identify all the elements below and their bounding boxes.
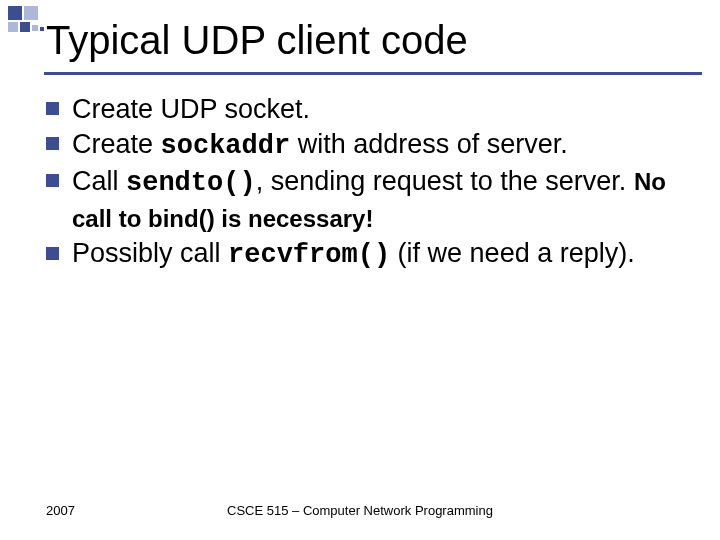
code-token: sendto() xyxy=(126,168,256,198)
slide: Typical UDP client code Create UDP socke… xyxy=(0,0,720,540)
bullet-icon xyxy=(46,137,59,150)
bullet-text: , sending request to the server. xyxy=(256,166,634,196)
deco-square xyxy=(8,6,22,20)
deco-square xyxy=(8,22,18,32)
bullet-text: Create UDP socket. xyxy=(72,94,310,124)
bullet-text: Possibly call xyxy=(72,238,228,268)
bullet-text: Create xyxy=(72,129,161,159)
deco-square xyxy=(40,27,44,31)
code-token: sockaddr xyxy=(161,131,291,161)
list-item: Call sendto(), sending request to the se… xyxy=(46,164,680,236)
bullet-list: Create UDP socket. Create sockaddr with … xyxy=(46,92,680,273)
footer-course: CSCE 515 – Computer Network Programming xyxy=(0,503,720,518)
title-rule xyxy=(44,72,702,75)
list-item: Create UDP socket. xyxy=(46,92,680,127)
bullet-text: (if we need a reply). xyxy=(390,238,635,268)
slide-title: Typical UDP client code xyxy=(46,18,700,63)
bullet-text: with address of server. xyxy=(290,129,568,159)
deco-square xyxy=(20,22,30,32)
list-item: Possibly call recvfrom() (if we need a r… xyxy=(46,236,680,273)
bullet-icon xyxy=(46,174,59,187)
bullet-icon xyxy=(46,247,59,260)
deco-square xyxy=(24,6,38,20)
deco-square xyxy=(32,25,38,31)
bullet-icon xyxy=(46,102,59,115)
bullet-text: Call xyxy=(72,166,126,196)
code-token: recvfrom() xyxy=(228,240,390,270)
list-item: Create sockaddr with address of server. xyxy=(46,127,680,164)
